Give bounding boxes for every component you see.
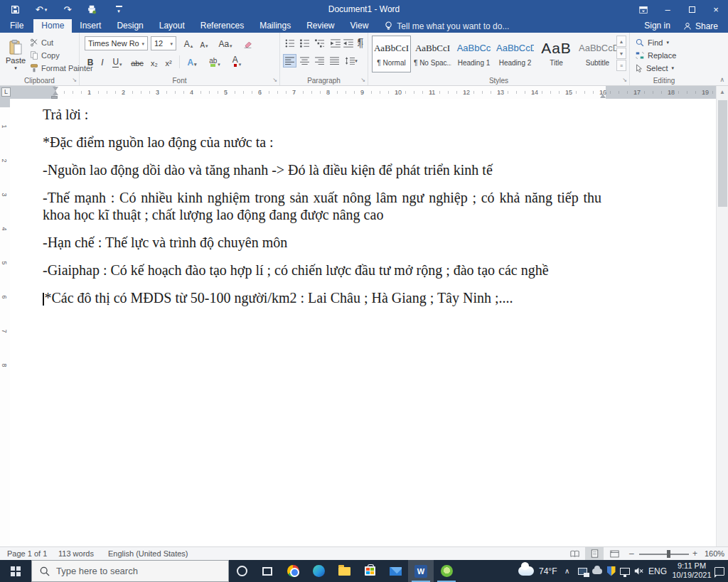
clear-formatting-button[interactable] xyxy=(240,36,255,50)
font-size-combobox[interactable]: 12▾ xyxy=(151,36,176,50)
tray-volume-muted-icon[interactable] xyxy=(632,560,646,582)
paste-button[interactable]: Paste ▾ xyxy=(4,36,28,74)
find-button[interactable]: Find ▾ xyxy=(636,36,669,48)
edge-button[interactable] xyxy=(306,560,331,582)
print-layout-button[interactable] xyxy=(585,547,604,560)
paragraph[interactable]: *Đặc điểm nguồn lao động của nước ta : xyxy=(43,134,601,151)
paragraph[interactable]: -Thế mạnh : Có nhiều kinh nghiệm trong s… xyxy=(43,189,601,223)
styles-scroll-up-icon[interactable]: ▲ xyxy=(616,36,626,47)
paragraph[interactable]: -Nguồn lao động dồi dào và tăng nhanh ->… xyxy=(43,161,601,178)
redo-icon[interactable]: ↷ xyxy=(57,0,78,19)
cortana-button[interactable] xyxy=(229,560,255,582)
tab-home[interactable]: Home xyxy=(33,19,72,33)
increase-indent-button[interactable] xyxy=(341,36,355,50)
strikethrough-button[interactable]: abc xyxy=(129,55,146,69)
styles-scroll-down-icon[interactable]: ▼ xyxy=(616,48,626,59)
font-dialog-launcher-icon[interactable]: ↘ xyxy=(272,77,277,83)
page-count[interactable]: Page 1 of 1 xyxy=(7,549,47,558)
undo-icon[interactable]: ↶▾ xyxy=(28,0,54,19)
multilevel-list-button[interactable] xyxy=(313,36,326,50)
start-button[interactable] xyxy=(0,560,31,582)
highlight-color-button[interactable]: ab ▾ xyxy=(205,55,225,69)
ribbon-display-options-icon[interactable] xyxy=(631,0,655,19)
italic-button[interactable]: I xyxy=(97,55,107,69)
subscript-button[interactable]: x₂ xyxy=(148,55,161,69)
zoom-in-button[interactable]: + xyxy=(692,549,697,559)
mail-button[interactable] xyxy=(382,560,408,582)
style-no-spac[interactable]: AaBbCcI¶ No Spac... xyxy=(413,36,452,72)
align-center-button[interactable] xyxy=(298,54,311,68)
tab-review[interactable]: Review xyxy=(299,19,342,33)
microsoft-store-button[interactable] xyxy=(357,560,382,582)
style-normal[interactable]: AaBbCcI¶ Normal xyxy=(372,36,411,72)
bullets-button[interactable] xyxy=(283,36,296,50)
tray-network-icon[interactable] xyxy=(618,560,631,582)
tell-me-box[interactable]: Tell me what you want to do... xyxy=(385,19,509,33)
tray-chevron-icon[interactable]: ∧ xyxy=(564,560,569,582)
style-title[interactable]: AaBTitle xyxy=(537,36,576,72)
paragraph-dialog-launcher-icon[interactable]: ↘ xyxy=(360,77,365,83)
tab-insert[interactable]: Insert xyxy=(72,19,109,33)
tab-references[interactable]: References xyxy=(193,19,252,33)
paragraph[interactable]: -Hạn chế : Thế lực và trình độ chuyên mô… xyxy=(43,234,601,251)
align-right-button[interactable] xyxy=(313,54,326,68)
paragraph[interactable]: *Các đô thị có MĐDS từ 50-100 người/km2 … xyxy=(43,289,601,306)
tab-mailings[interactable]: Mailings xyxy=(252,19,299,33)
read-mode-button[interactable] xyxy=(565,547,584,560)
customize-quick-access-icon[interactable]: ▾ xyxy=(108,0,129,19)
tray-display-icon[interactable] xyxy=(576,560,589,582)
horizontal-ruler[interactable]: L 12345678910111213141516171819 xyxy=(0,86,716,99)
style-heading-1[interactable]: AaBbCcHeading 1 xyxy=(454,36,493,72)
tab-file[interactable]: File xyxy=(0,19,33,33)
coccoc-browser-button[interactable] xyxy=(434,560,459,582)
select-button[interactable]: Select ▾ xyxy=(636,62,674,74)
share-button[interactable]: Share xyxy=(683,19,718,33)
numbering-button[interactable] xyxy=(298,36,311,50)
cut-button[interactable]: Cut xyxy=(30,36,53,48)
paragraph[interactable]: -Giaiphap : Có kế hoạch đào tạo hợp lí ;… xyxy=(43,262,601,279)
shrink-font-button[interactable]: A▾ xyxy=(197,36,211,50)
language-indicator[interactable]: ENG xyxy=(648,560,667,582)
underline-button[interactable]: U▾ xyxy=(109,55,126,69)
tab-design[interactable]: Design xyxy=(109,19,151,33)
close-icon[interactable]: × xyxy=(704,0,728,19)
zoom-slider-track[interactable] xyxy=(639,554,689,555)
tab-layout[interactable]: Layout xyxy=(151,19,193,33)
align-left-button[interactable] xyxy=(283,54,296,68)
style-heading-2[interactable]: AaBbCcDHeading 2 xyxy=(496,36,535,72)
word-count[interactable]: 113 words xyxy=(58,549,94,558)
zoom-slider-thumb[interactable] xyxy=(667,550,670,558)
taskbar-search-input[interactable]: Type here to search xyxy=(31,560,229,582)
sign-in-button[interactable]: Sign in xyxy=(644,19,670,33)
styles-dialog-launcher-icon[interactable]: ↘ xyxy=(622,77,627,83)
font-name-combobox[interactable]: Times New Ro▾ xyxy=(85,36,148,50)
collapse-ribbon-icon[interactable]: ∧ xyxy=(719,76,724,83)
restore-icon[interactable] xyxy=(680,0,704,19)
change-case-button[interactable]: Aa▾ xyxy=(216,36,235,50)
paragraph[interactable]: Trả lời : xyxy=(43,106,601,123)
print-preview-icon[interactable] xyxy=(81,0,102,19)
style-subtitle[interactable]: AaBbCcDSubtitle xyxy=(578,36,617,72)
vertical-ruler[interactable]: 12345678 xyxy=(0,99,10,546)
save-icon[interactable] xyxy=(4,0,26,19)
tab-view[interactable]: View xyxy=(343,19,377,33)
language-status[interactable]: English (United States) xyxy=(108,549,188,558)
word-taskbar-button[interactable]: W xyxy=(408,560,434,582)
action-center-button[interactable] xyxy=(712,560,726,582)
document-page[interactable]: Trả lời :*Đặc điểm nguồn lao động của nư… xyxy=(10,99,716,546)
web-layout-button[interactable] xyxy=(605,547,623,560)
weather-button[interactable] xyxy=(516,560,536,582)
bold-button[interactable]: B xyxy=(85,55,96,69)
minimize-icon[interactable]: – xyxy=(655,0,680,19)
replace-button[interactable]: Replace xyxy=(636,49,676,61)
scrollbar-thumb[interactable] xyxy=(718,100,727,207)
styles-more-icon[interactable]: ≡ xyxy=(616,60,626,71)
justify-button[interactable] xyxy=(328,54,341,68)
line-spacing-button[interactable]: ▾ xyxy=(343,54,360,68)
file-explorer-button[interactable] xyxy=(331,560,357,582)
superscript-button[interactable]: x² xyxy=(162,55,175,69)
grow-font-button[interactable]: A▴ xyxy=(181,36,196,50)
tray-onedrive-icon[interactable] xyxy=(590,560,604,582)
clipboard-dialog-launcher-icon[interactable]: ↘ xyxy=(72,77,77,83)
pilcrow-button[interactable]: ¶ xyxy=(355,36,366,50)
